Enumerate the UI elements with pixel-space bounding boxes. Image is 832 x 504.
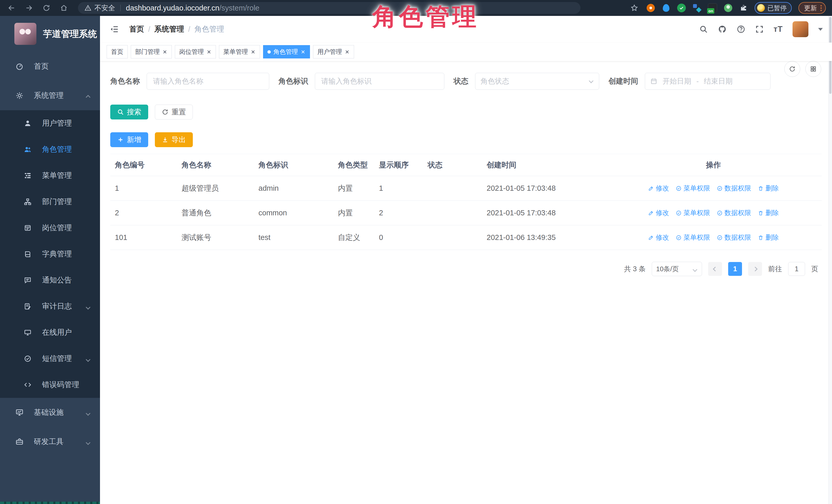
sidebar-item-infrastructure[interactable]: 基础设施: [0, 398, 100, 427]
browser-back-button[interactable]: [6, 3, 17, 13]
table-toolbar: 新增 导出: [110, 132, 822, 147]
dictionary-icon: [23, 250, 32, 258]
menu-permission-action-link[interactable]: 菜单权限: [676, 233, 710, 242]
edit-action-link[interactable]: 修改: [648, 233, 669, 242]
user-icon: [23, 120, 32, 127]
download-icon: [162, 136, 168, 143]
avatar-caret-icon[interactable]: [818, 28, 823, 31]
sidebar-item-audit-log[interactable]: 审计日志: [0, 293, 100, 319]
sidebar-item-departments[interactable]: 部门管理: [0, 189, 100, 215]
sidebar-item-notice[interactable]: 通知公告: [0, 267, 100, 293]
github-icon[interactable]: [718, 25, 727, 34]
sidebar-item-system[interactable]: 系统管理: [0, 81, 100, 110]
browser-home-button[interactable]: [58, 3, 69, 13]
breadcrumb-home[interactable]: 首页: [129, 24, 144, 34]
delete-action-link[interactable]: 删除: [758, 233, 779, 242]
tab-posts[interactable]: 岗位管理: [175, 45, 216, 58]
close-icon[interactable]: [345, 49, 350, 54]
sidebar-item-online-users[interactable]: 在线用户: [0, 319, 100, 346]
sidebar-item-menus[interactable]: 菜单管理: [0, 162, 100, 189]
delete-action-link[interactable]: 删除: [758, 184, 779, 193]
role-key-input[interactable]: [315, 73, 444, 90]
tab-home[interactable]: 首页: [107, 45, 128, 58]
cell-role-name: 测试账号: [182, 233, 258, 243]
delete-action-link[interactable]: 删除: [758, 208, 779, 217]
fullscreen-icon[interactable]: [755, 25, 764, 33]
next-page-button[interactable]: [748, 262, 762, 276]
infrastructure-icon: [15, 408, 24, 417]
not-secure-warning-icon: [85, 5, 91, 11]
audit-log-icon: [23, 302, 32, 310]
sidebar-item-sms[interactable]: 短信管理: [0, 346, 100, 372]
export-button[interactable]: 导出: [155, 132, 193, 147]
sidebar-item-users[interactable]: 用户管理: [0, 110, 100, 136]
browser-reload-button[interactable]: [41, 3, 52, 13]
page-size-select[interactable]: 10条/页: [652, 262, 702, 276]
pagination-total: 共 3 条: [624, 264, 646, 273]
plus-icon: [117, 136, 124, 143]
font-size-icon[interactable]: тT: [774, 25, 783, 34]
chevron-right-icon: [753, 267, 757, 271]
edit-action-link[interactable]: 修改: [648, 184, 669, 193]
tab-departments[interactable]: 部门管理: [131, 45, 172, 58]
arrow-right-icon: [25, 4, 33, 12]
user-avatar[interactable]: [792, 21, 808, 37]
cell-created: 2021-01-05 17:03:48: [487, 209, 610, 217]
help-icon[interactable]: [737, 25, 745, 33]
tab-users[interactable]: 用户管理: [313, 45, 354, 58]
arrow-left-icon: [8, 4, 16, 12]
sidebar-item-roles[interactable]: 角色管理: [0, 136, 100, 162]
breadcrumb-section[interactable]: 系统管理: [154, 24, 184, 34]
menu-permission-action-link[interactable]: 菜单权限: [676, 208, 710, 217]
edit-action-link[interactable]: 修改: [648, 208, 669, 217]
close-icon[interactable]: [206, 49, 211, 54]
table-row: 2 普通角色 common 内置 2 2021-01-05 17:03:48 修…: [110, 201, 822, 226]
create-time-range-picker[interactable]: 开始日期 - 结束日期: [645, 73, 771, 90]
extension-dark-icon[interactable]: on: [708, 3, 717, 12]
cell-role-id: 101: [115, 233, 182, 242]
reset-button[interactable]: 重置: [155, 105, 193, 120]
close-icon[interactable]: [162, 49, 167, 54]
page-scrollbar[interactable]: [828, 16, 832, 504]
data-permission-action-link[interactable]: 数据权限: [717, 208, 751, 217]
role-name-input[interactable]: [147, 73, 269, 90]
trash-icon: [758, 235, 763, 240]
chrome-menu-icon[interactable]: [821, 5, 822, 11]
data-permission-action-link[interactable]: 数据权限: [717, 233, 751, 242]
tab-roles[interactable]: 角色管理: [263, 45, 310, 58]
sidebar-item-posts[interactable]: 岗位管理: [0, 215, 100, 241]
close-icon[interactable]: [251, 49, 256, 54]
column-settings-button[interactable]: [805, 61, 821, 77]
sidebar-item-dict[interactable]: 字典管理: [0, 241, 100, 267]
goto-page-input[interactable]: [788, 262, 805, 276]
extension-check-icon[interactable]: [677, 4, 686, 12]
browser-forward-button[interactable]: [24, 3, 34, 13]
extension-drop-icon[interactable]: [662, 4, 671, 12]
address-bar[interactable]: 不安全 dashboard.yudao.iocoder.cn/system/ro…: [78, 2, 580, 14]
search-button[interactable]: 搜索: [110, 105, 148, 120]
close-icon[interactable]: [301, 49, 306, 54]
sidebar-fold-button[interactable]: [109, 25, 120, 33]
browser-update-button[interactable]: 更新: [799, 2, 826, 14]
profile-paused-chip[interactable]: 已暂停: [755, 2, 792, 14]
sidebar-item-error-codes[interactable]: 错误码管理: [0, 372, 100, 398]
app-logo[interactable]: 芋道管理系统: [0, 16, 100, 52]
url-host: dashboard.yudao.iocoder.cn: [126, 4, 219, 12]
prev-page-button[interactable]: [708, 262, 722, 276]
bookmark-star-button[interactable]: [629, 3, 640, 13]
extension-duo-icon[interactable]: [693, 4, 701, 12]
add-button[interactable]: 新增: [110, 132, 148, 147]
sidebar-item-home[interactable]: 首页: [0, 52, 100, 81]
chevron-down-icon: [86, 437, 90, 446]
extensions-puzzle-icon[interactable]: [739, 4, 748, 12]
tab-menus[interactable]: 菜单管理: [219, 45, 260, 58]
extension-person-icon[interactable]: [724, 4, 732, 12]
current-page-button[interactable]: 1: [728, 262, 742, 276]
data-permission-action-link[interactable]: 数据权限: [717, 184, 751, 193]
header-search-icon[interactable]: [699, 25, 708, 33]
menu-permission-action-link[interactable]: 菜单权限: [676, 184, 710, 193]
extension-orange-icon[interactable]: [646, 4, 655, 12]
refresh-table-button[interactable]: [784, 61, 800, 77]
sidebar-item-dev-tools[interactable]: 研发工具: [0, 427, 100, 456]
status-select[interactable]: 角色状态: [475, 73, 599, 90]
